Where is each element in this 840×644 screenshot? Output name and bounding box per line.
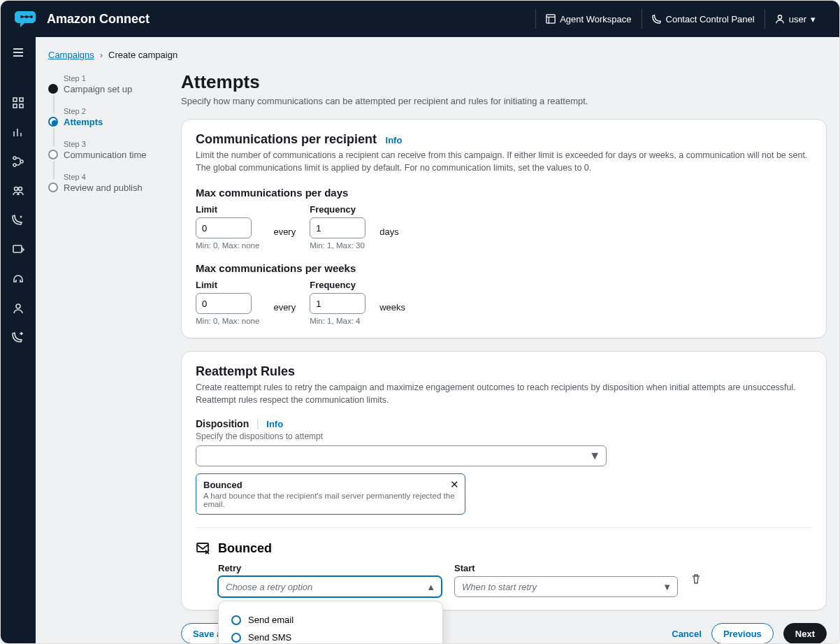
days-unit: days <box>379 227 398 237</box>
communications-panel: Communications per recipient Info Limit … <box>181 119 827 338</box>
svg-rect-8 <box>20 104 23 108</box>
rule-heading: Bounced <box>218 541 272 556</box>
next-button[interactable]: Next <box>783 623 827 643</box>
svg-rect-3 <box>546 15 555 23</box>
breadcrumb-current: Create campaign <box>108 50 178 60</box>
headset-icon[interactable] <box>11 272 25 286</box>
retry-dropdown: Send email Send SMS Clear Cancel Apply <box>218 601 443 643</box>
start-label: Start <box>454 563 678 573</box>
days-freq-input[interactable] <box>310 217 365 238</box>
phone-forward-icon[interactable] <box>11 331 25 345</box>
disposition-info-link[interactable]: Info <box>266 419 283 429</box>
hamburger-icon[interactable] <box>11 45 25 59</box>
retry-label: Retry <box>218 563 442 573</box>
cancel-button[interactable]: Cancel <box>672 629 702 639</box>
days-freq-hint: Min: 1, Max: 30 <box>310 241 365 250</box>
reattempt-panel: Reattempt Rules Create reattempt rules t… <box>181 351 827 610</box>
caret-down-icon: ▼ <box>662 582 672 592</box>
person-icon[interactable] <box>11 301 25 315</box>
svg-rect-16 <box>197 543 208 552</box>
svg-point-15 <box>16 304 20 308</box>
svg-rect-7 <box>13 104 17 108</box>
retry-select[interactable]: Choose a retry option ▲ <box>218 576 442 597</box>
svg-point-11 <box>20 160 23 163</box>
radio-icon <box>231 633 241 643</box>
svg-point-9 <box>13 157 16 159</box>
users-icon[interactable] <box>11 184 25 198</box>
svg-rect-6 <box>20 98 23 101</box>
caret-up-icon: ▲ <box>426 582 435 592</box>
phone-settings-icon[interactable] <box>11 213 25 227</box>
days-limit-hint: Min: 0, Max: none <box>196 241 259 250</box>
breadcrumb-root[interactable]: Campaigns <box>48 50 94 60</box>
page-title: Attempts <box>181 71 827 93</box>
step-review-publish[interactable]: Step 4 Review and publish <box>48 173 167 193</box>
topbar: Amazon Connect Agent Workspace Contact C… <box>1 1 839 37</box>
disposition-label: Disposition <box>196 418 249 429</box>
weeks-every-text: every <box>273 302 296 313</box>
weeks-limit-input[interactable] <box>196 293 252 314</box>
rules-title: Reattempt Rules <box>196 364 295 378</box>
comm-info-link[interactable]: Info <box>386 135 403 145</box>
comm-title: Communications per recipient <box>196 132 377 146</box>
svg-rect-5 <box>13 98 17 101</box>
page-subtitle: Specify how many communications can be a… <box>181 96 827 106</box>
svg-point-12 <box>15 187 18 191</box>
caret-down-icon: ▼ <box>589 450 600 462</box>
radio-icon <box>231 615 241 625</box>
weeks-heading: Max communications per weeks <box>196 262 812 274</box>
days-every-text: every <box>273 227 296 237</box>
days-freq-label: Frequency <box>310 204 365 215</box>
disposition-chip-bounced: Bounced A hard bounce that the recipient… <box>196 473 465 515</box>
chevron-right-icon: › <box>100 50 103 60</box>
step-campaign-setup[interactable]: Step 1 Campaign set up <box>48 74 167 94</box>
step-communication-time[interactable]: Step 3 Communication time <box>48 140 167 160</box>
weeks-unit: weeks <box>379 302 405 313</box>
routing-icon[interactable] <box>11 155 25 169</box>
retry-option-send-email[interactable]: Send email <box>219 611 442 629</box>
days-heading: Max communications per days <box>196 187 812 199</box>
user-menu[interactable]: user ▾ <box>765 9 825 29</box>
retry-option-send-sms[interactable]: Send SMS <box>219 629 442 643</box>
weeks-freq-hint: Min: 1, Max: 4 <box>310 317 365 325</box>
days-limit-label: Limit <box>196 204 259 215</box>
step-attempts[interactable]: Step 2 Attempts <box>48 107 167 127</box>
svg-point-10 <box>13 164 16 166</box>
svg-rect-14 <box>13 245 22 252</box>
dashboard-icon[interactable] <box>11 96 25 110</box>
metrics-icon[interactable] <box>11 125 25 139</box>
disposition-select[interactable]: ▼ <box>196 445 607 466</box>
mail-bounce-icon <box>196 541 211 556</box>
caret-down-icon: ▾ <box>811 14 816 24</box>
brand-name: Amazon Connect <box>47 12 150 27</box>
svg-point-4 <box>778 15 781 19</box>
remove-chip-icon[interactable]: ✕ <box>450 478 459 491</box>
wizard-steps: Step 1 Campaign set up Step 2 Attempts S… <box>48 71 167 643</box>
device-icon[interactable] <box>11 243 25 257</box>
days-limit-input[interactable] <box>196 217 252 238</box>
weeks-freq-label: Frequency <box>310 280 365 290</box>
disposition-hint: Specify the dispositions to attempt <box>196 431 812 441</box>
weeks-limit-label: Limit <box>196 280 259 290</box>
rules-desc: Create reattempt rules to retry the camp… <box>196 382 812 406</box>
start-select[interactable]: When to start retry ▼ <box>454 576 678 597</box>
agent-workspace-link[interactable]: Agent Workspace <box>535 9 641 29</box>
main-content: Campaigns › Create campaign Step 1 Campa… <box>36 37 839 643</box>
delete-rule-icon[interactable] <box>690 573 702 585</box>
svg-point-13 <box>19 187 22 191</box>
connect-logo-icon <box>15 9 38 29</box>
previous-button[interactable]: Previous <box>711 623 774 643</box>
weeks-freq-input[interactable] <box>310 293 365 314</box>
weeks-limit-hint: Min: 0, Max: none <box>196 317 259 325</box>
left-rail <box>1 37 36 643</box>
ccp-link[interactable]: Contact Control Panel <box>642 9 765 29</box>
comm-desc: Limit the number of communications a rec… <box>196 150 812 174</box>
breadcrumb: Campaigns › Create campaign <box>48 50 827 60</box>
